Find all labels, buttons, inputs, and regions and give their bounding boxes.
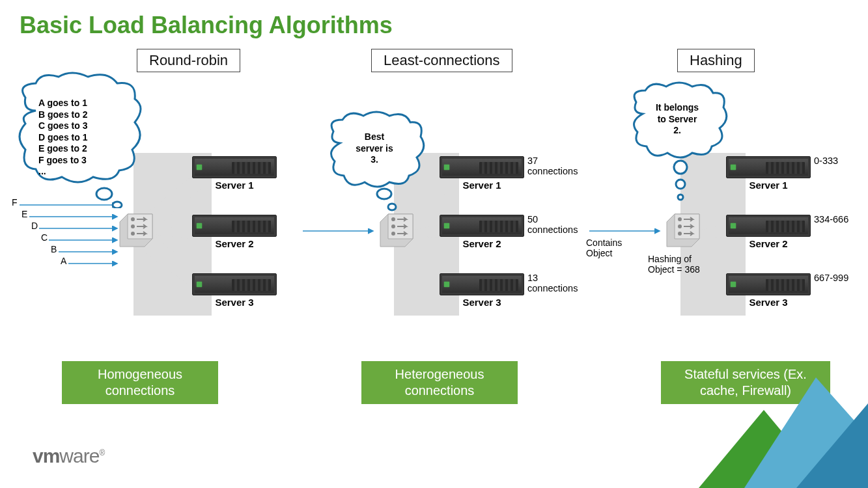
- server-range: 0-333: [814, 156, 838, 166]
- svg-point-23: [674, 161, 687, 174]
- svg-point-1: [113, 202, 122, 208]
- load-balancer-icon: [378, 211, 415, 249]
- vmware-logo: vmware®: [33, 445, 104, 467]
- svg-point-0: [96, 188, 112, 200]
- incoming-arrow: [589, 226, 664, 236]
- page-title: Basic Load Balancing Algorithms: [20, 12, 393, 39]
- svg-point-7: [131, 232, 135, 236]
- cloud-line: D goes to 1: [38, 132, 87, 144]
- server-icon: Server 1 0-333: [726, 156, 811, 191]
- svg-point-24: [676, 180, 685, 189]
- server-icon: Server 3: [192, 273, 277, 308]
- cloud-line: 2.: [628, 125, 726, 137]
- svg-point-5: [131, 217, 135, 221]
- server-label: Server 2: [726, 238, 811, 249]
- server-icon: Server 2 334-666: [726, 215, 811, 249]
- server-label: Server 3: [440, 297, 524, 308]
- server-label: Server 1: [192, 180, 277, 191]
- footer-round-robin: Homogeneous connections: [62, 361, 218, 404]
- cloud-line: server is: [326, 143, 423, 155]
- server-label: Server 2: [192, 238, 277, 249]
- svg-point-14: [377, 189, 391, 199]
- cloud-line: E goes to 2: [38, 143, 87, 155]
- svg-marker-33: [699, 410, 829, 488]
- column-round-robin: Round-robin A goes to 1 B goes to 2 C go…: [7, 49, 287, 374]
- thought-cloud-hashing: It belongs to Server 2.: [628, 81, 729, 198]
- server-metric: connections: [527, 166, 578, 176]
- cloud-line: B goes to 2: [38, 109, 87, 121]
- incoming-arrows: [13, 198, 120, 277]
- cloud-line: 3.: [326, 154, 423, 166]
- column-least-connections: Least-connections Best server is 3. Serv…: [290, 49, 570, 374]
- server-icon: Server 3 667-999: [726, 273, 811, 308]
- svg-point-25: [678, 195, 683, 200]
- cloud-line: to Server: [628, 114, 726, 126]
- request-label: B: [51, 244, 57, 254]
- server-metric: connections: [527, 283, 578, 293]
- server-label: Server 3: [192, 297, 277, 308]
- algo-label-round-robin: Round-robin: [137, 49, 240, 72]
- cloud-line: F goes to 3: [38, 155, 87, 167]
- server-icon: Server 3 13connections: [440, 273, 524, 308]
- svg-point-15: [388, 204, 396, 210]
- cloud-line: A goes to 1: [38, 98, 87, 109]
- server-icon: Server 1 37connections: [440, 156, 524, 191]
- cloud-line: C goes to 3: [38, 120, 87, 132]
- cloud-icon: [628, 81, 729, 205]
- thought-cloud-least-connections: Best server is 3.: [326, 111, 427, 208]
- server-range: 334-666: [814, 214, 848, 224]
- server-label: Server 2: [440, 238, 524, 249]
- server-label: Server 3: [726, 297, 811, 308]
- server-label: Server 1: [726, 180, 811, 191]
- request-label: A: [61, 256, 66, 266]
- request-label: D: [31, 221, 38, 231]
- thought-cloud-round-robin: A goes to 1 B goes to 2 C goes to 3 D go…: [16, 72, 147, 202]
- svg-point-19: [391, 217, 395, 221]
- server-metric: 13: [527, 273, 538, 283]
- request-label: E: [21, 209, 27, 219]
- request-label: C: [41, 232, 48, 243]
- svg-point-30: [678, 224, 682, 228]
- server-icon: Server 1: [192, 156, 277, 191]
- load-balancer-icon: [117, 211, 155, 249]
- server-label: Server 1: [440, 180, 524, 191]
- load-balancer-icon: [664, 211, 702, 249]
- incoming-arrow: [303, 226, 378, 236]
- column-hashing: Hashing It belongs to Server 2. Contain: [573, 49, 853, 374]
- cloud-line: ...: [38, 166, 87, 178]
- server-range: 667-999: [814, 273, 848, 283]
- incoming-caption: ContainsObject: [586, 237, 622, 258]
- lb-caption: Hashing ofObject = 368: [648, 254, 700, 275]
- cloud-line: Best: [326, 131, 423, 143]
- footer-hashing: Stateful services (Ex. cache, Firewall): [661, 361, 830, 404]
- footer-least-connections: Heterogeneous connections: [361, 361, 518, 404]
- server-icon: Server 2: [192, 215, 277, 249]
- svg-point-29: [678, 217, 682, 221]
- svg-point-21: [391, 232, 395, 236]
- server-metric: 37: [527, 156, 538, 166]
- svg-point-31: [678, 232, 682, 236]
- algo-label-hashing: Hashing: [677, 49, 755, 72]
- cloud-line: It belongs: [628, 102, 726, 114]
- svg-point-20: [391, 224, 395, 228]
- algo-label-least-connections: Least-connections: [371, 49, 512, 72]
- server-metric: 50: [527, 214, 538, 224]
- server-icon: Server 2 50connections: [440, 215, 524, 249]
- svg-point-6: [131, 224, 135, 228]
- svg-marker-35: [796, 403, 868, 488]
- server-metric: connections: [527, 224, 578, 235]
